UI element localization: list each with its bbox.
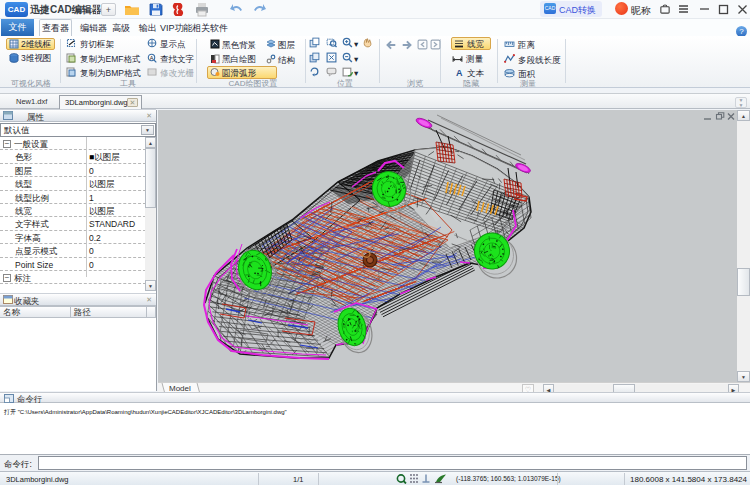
svg-text:A: A [150, 54, 154, 60]
svg-text:A: A [456, 68, 463, 78]
